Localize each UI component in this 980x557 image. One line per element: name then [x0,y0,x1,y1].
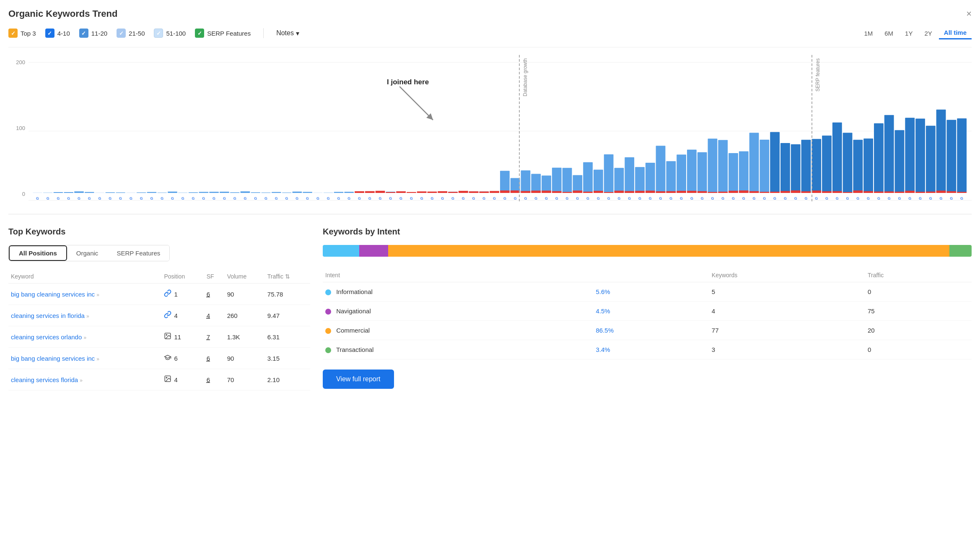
svg-rect-61 [344,192,354,193]
legend-51-100: ✓ 51-100 [154,29,186,38]
svg-rect-106 [500,190,510,193]
svg-text:G: G [576,196,579,200]
svg-text:G: G [181,196,184,200]
tab-all-positions[interactable]: All Positions [9,245,67,261]
intent-col-traffic: Traffic [865,268,972,282]
kw-link-4[interactable]: cleaning services florida » [11,376,83,383]
intent-col-pct [593,268,709,282]
pos-val-1: 4 [174,312,177,319]
svg-text:G: G [856,196,859,200]
intent-pct-val-2: 86.5% [596,327,614,334]
kw-cell-4: cleaning services florida » [8,369,161,390]
kw-link-3[interactable]: big bang cleaning services inc » [11,355,99,362]
svg-rect-41 [241,191,250,193]
keywords-by-intent-section: Keywords by Intent Intent Keywords Traff… [323,227,972,390]
intent-title: Keywords by Intent [323,227,972,237]
intent-label-1: Navigational [336,307,371,315]
close-button[interactable]: × [966,8,972,19]
annotation-text: I joined here [387,78,429,86]
intent-name-cell-2: Commercial [323,321,593,340]
svg-rect-225 [915,119,925,193]
intent-pct-cell-0: 5.6% [593,282,709,302]
vol-cell-3: 90 [225,348,265,369]
time-btn-1m[interactable]: 1M [859,28,878,39]
intent-col-intent: Intent [323,268,593,282]
intent-keywords-cell-0: 5 [709,282,865,302]
svg-text:G: G [597,196,600,200]
kw-link-0[interactable]: big bang cleaning services inc » [11,291,99,298]
pos-val-4: 4 [174,376,177,383]
svg-rect-171 [729,153,738,193]
intent-col-keywords: Keywords [709,268,865,282]
svg-rect-120 [552,168,562,193]
svg-text:G: G [607,196,610,200]
tab-organic[interactable]: Organic [67,245,108,261]
legend-4-10: ✓ 4-10 [45,29,70,38]
sf-cell-3: 6 [204,348,225,369]
kw-link-1[interactable]: cleaning services in florida » [11,312,89,319]
svg-rect-145 [635,191,645,193]
svg-text:G: G [898,196,901,200]
svg-rect-235 [946,191,956,193]
svg-rect-31 [189,192,198,193]
pos-val-3: 6 [174,355,177,362]
svg-text:G: G [753,196,756,200]
svg-text:G: G [441,196,444,200]
svg-text:G: G [47,196,49,200]
svg-text:G: G [919,196,922,200]
time-buttons: 1M 6M 1Y 2Y All time [859,27,972,39]
intent-row-3: Transactional 3.4% 3 0 [323,340,972,359]
bottom-section: Top Keywords All Positions Organic SERP … [8,227,972,390]
intent-dot-2 [325,328,331,334]
table-row: cleaning services orlando » 11 7 1.3K 6.… [8,326,310,348]
svg-rect-210 [863,138,873,193]
sf-val-1: 4 [207,312,210,319]
svg-line-0 [399,86,433,120]
svg-rect-184 [770,192,780,193]
intent-row-0: Informational 5.6% 5 0 [323,282,972,302]
pos-val-2: 11 [174,333,181,341]
svg-text:G: G [950,196,953,200]
svg-rect-165 [708,139,718,193]
intent-name-cell-0: Informational [323,282,593,302]
pos-icon-1 [164,311,171,320]
svg-text:G: G [472,196,475,200]
svg-rect-141 [625,157,634,193]
svg-text:G: G [451,196,454,200]
traffic-sort-icon[interactable]: ⇅ [285,273,290,280]
col-sf: SF [204,270,225,284]
svg-text:G: G [316,196,319,200]
svg-rect-124 [563,192,572,193]
svg-text:G: G [566,196,569,200]
pos-cell-1: 4 [161,305,204,326]
tab-serp-features[interactable]: SERP Features [107,245,169,261]
svg-text:G: G [254,196,257,200]
intent-label-2: Commercial [336,327,370,334]
legend-divider [263,28,264,38]
svg-rect-195 [811,139,821,193]
time-btn-alltime[interactable]: All time [939,27,972,39]
intent-dot-3 [325,347,331,353]
svg-text:G: G [161,196,163,200]
time-btn-1y[interactable]: 1Y [900,28,918,39]
col-volume: Volume [225,270,265,284]
svg-point-241 [166,334,167,335]
view-full-report-button[interactable]: View full report [323,370,394,389]
svg-rect-64 [355,191,364,193]
svg-text:G: G [617,196,620,200]
sf-cell-2: 7 [204,326,225,348]
svg-rect-223 [905,191,915,193]
sf-cell-0: 6 [204,284,225,305]
table-row: big bang cleaning services inc » 1 6 90 … [8,284,310,305]
notes-button[interactable]: Notes ▾ [276,29,299,37]
time-btn-6m[interactable]: 6M [879,28,898,39]
svg-rect-180 [760,140,769,193]
kw-cell-0: big bang cleaning services inc » [8,284,161,305]
svg-rect-7 [64,192,73,193]
time-btn-2y[interactable]: 2Y [919,28,937,39]
kw-link-2[interactable]: cleaning services orlando » [11,333,86,341]
svg-rect-222 [905,118,915,193]
top-keywords-title: Top Keywords [8,227,310,237]
legend-bar: ✓ Top 3 ✓ 4-10 ✓ 11-20 ✓ 21-50 ✓ 51-100 … [8,27,972,47]
svg-text:G: G [462,196,465,200]
